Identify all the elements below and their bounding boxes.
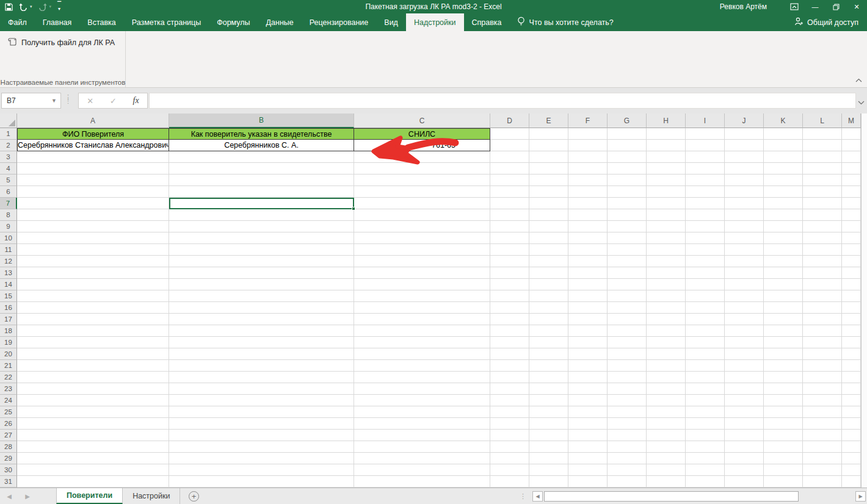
formula-input[interactable] bbox=[149, 93, 856, 109]
cell-E14[interactable] bbox=[529, 279, 568, 290]
cell-D24[interactable] bbox=[490, 395, 529, 406]
row-header-25[interactable]: 25 bbox=[0, 406, 17, 418]
cell-C28[interactable] bbox=[354, 441, 490, 453]
row-header-2[interactable]: 2 bbox=[0, 140, 17, 151]
cell-J8[interactable] bbox=[725, 209, 764, 221]
cell-D27[interactable] bbox=[490, 430, 529, 441]
cell-D6[interactable] bbox=[490, 186, 529, 198]
tell-me-search[interactable]: Что вы хотите сделать? bbox=[510, 13, 621, 31]
cell-F14[interactable] bbox=[568, 279, 608, 290]
cell-I6[interactable] bbox=[686, 186, 725, 198]
cell-J14[interactable] bbox=[725, 279, 764, 290]
cell-I5[interactable] bbox=[686, 175, 725, 186]
cell-M20[interactable] bbox=[842, 348, 861, 360]
cell-G3[interactable] bbox=[608, 151, 647, 163]
cell-M2[interactable] bbox=[842, 140, 861, 151]
cell-B15[interactable] bbox=[169, 290, 354, 302]
cell-G29[interactable] bbox=[608, 453, 647, 464]
cell-J24[interactable] bbox=[725, 395, 764, 406]
cell-H29[interactable] bbox=[647, 453, 686, 464]
cell-F6[interactable] bbox=[568, 186, 608, 198]
cell-A15[interactable] bbox=[17, 290, 169, 302]
cell-M26[interactable] bbox=[842, 418, 861, 430]
cell-M16[interactable] bbox=[842, 302, 861, 314]
account-user-name[interactable]: Ревков Артём bbox=[720, 2, 767, 11]
row-header-3[interactable]: 3 bbox=[0, 151, 17, 163]
cell-M28[interactable] bbox=[842, 441, 861, 453]
cell-A1[interactable]: ФИО Поверителя bbox=[17, 128, 169, 140]
cell-G4[interactable] bbox=[608, 163, 647, 175]
cell-A27[interactable] bbox=[17, 430, 169, 441]
cell-K15[interactable] bbox=[764, 290, 803, 302]
cell-E20[interactable] bbox=[529, 348, 568, 360]
cell-I11[interactable] bbox=[686, 244, 725, 256]
cell-A22[interactable] bbox=[17, 372, 169, 383]
row-header-12[interactable]: 12 bbox=[0, 256, 17, 267]
cell-H28[interactable] bbox=[647, 441, 686, 453]
hscroll-right-icon[interactable]: ▶ bbox=[855, 491, 866, 502]
cell-F23[interactable] bbox=[568, 383, 608, 395]
cell-K1[interactable] bbox=[764, 128, 803, 140]
cell-C6[interactable] bbox=[354, 186, 490, 198]
cell-F31[interactable] bbox=[568, 476, 608, 488]
cell-I31[interactable] bbox=[686, 476, 725, 488]
cell-J23[interactable] bbox=[725, 383, 764, 395]
row-header-21[interactable]: 21 bbox=[0, 360, 17, 372]
column-header-G[interactable]: G bbox=[608, 113, 647, 128]
cell-L30[interactable] bbox=[803, 464, 842, 476]
cell-B12[interactable] bbox=[169, 256, 354, 267]
cell-H25[interactable] bbox=[647, 406, 686, 418]
cell-D4[interactable] bbox=[490, 163, 529, 175]
cell-G12[interactable] bbox=[608, 256, 647, 267]
cell-M14[interactable] bbox=[842, 279, 861, 290]
row-header-6[interactable]: 6 bbox=[0, 186, 17, 198]
cell-L14[interactable] bbox=[803, 279, 842, 290]
cell-I13[interactable] bbox=[686, 267, 725, 279]
cell-G26[interactable] bbox=[608, 418, 647, 430]
cell-G7[interactable] bbox=[608, 198, 647, 209]
cell-K24[interactable] bbox=[764, 395, 803, 406]
cell-J16[interactable] bbox=[725, 302, 764, 314]
cell-G1[interactable] bbox=[608, 128, 647, 140]
cell-I19[interactable] bbox=[686, 337, 725, 348]
cell-E12[interactable] bbox=[529, 256, 568, 267]
cell-H2[interactable] bbox=[647, 140, 686, 151]
cell-K9[interactable] bbox=[764, 221, 803, 232]
cell-L26[interactable] bbox=[803, 418, 842, 430]
cell-J5[interactable] bbox=[725, 175, 764, 186]
row-header-9[interactable]: 9 bbox=[0, 221, 17, 232]
cell-E26[interactable] bbox=[529, 418, 568, 430]
cell-J21[interactable] bbox=[725, 360, 764, 372]
cell-C21[interactable] bbox=[354, 360, 490, 372]
cell-M8[interactable] bbox=[842, 209, 861, 221]
cell-E11[interactable] bbox=[529, 244, 568, 256]
cell-A20[interactable] bbox=[17, 348, 169, 360]
cell-D3[interactable] bbox=[490, 151, 529, 163]
cell-L29[interactable] bbox=[803, 453, 842, 464]
cell-K19[interactable] bbox=[764, 337, 803, 348]
cell-C3[interactable] bbox=[354, 151, 490, 163]
cell-I4[interactable] bbox=[686, 163, 725, 175]
cell-I26[interactable] bbox=[686, 418, 725, 430]
cell-L4[interactable] bbox=[803, 163, 842, 175]
row-header-15[interactable]: 15 bbox=[0, 290, 17, 302]
customize-qat-icon[interactable]: ▔▾ bbox=[57, 2, 61, 12]
cell-B28[interactable] bbox=[169, 441, 354, 453]
cell-H9[interactable] bbox=[647, 221, 686, 232]
cell-B22[interactable] bbox=[169, 372, 354, 383]
cell-L22[interactable] bbox=[803, 372, 842, 383]
cell-K5[interactable] bbox=[764, 175, 803, 186]
sheet-nav-left-icon[interactable]: ◀ bbox=[0, 488, 18, 504]
cell-I17[interactable] bbox=[686, 314, 725, 325]
confirm-entry-icon[interactable]: ✓ bbox=[110, 96, 117, 106]
redo-icon[interactable] bbox=[38, 3, 47, 11]
cell-L20[interactable] bbox=[803, 348, 842, 360]
cell-E13[interactable] bbox=[529, 267, 568, 279]
column-header-J[interactable]: J bbox=[725, 113, 764, 128]
column-header-E[interactable]: E bbox=[529, 113, 568, 128]
cell-G28[interactable] bbox=[608, 441, 647, 453]
cell-F11[interactable] bbox=[568, 244, 608, 256]
cell-F19[interactable] bbox=[568, 337, 608, 348]
sheet-nav-right-icon[interactable]: ▶ bbox=[18, 488, 37, 504]
cell-H11[interactable] bbox=[647, 244, 686, 256]
